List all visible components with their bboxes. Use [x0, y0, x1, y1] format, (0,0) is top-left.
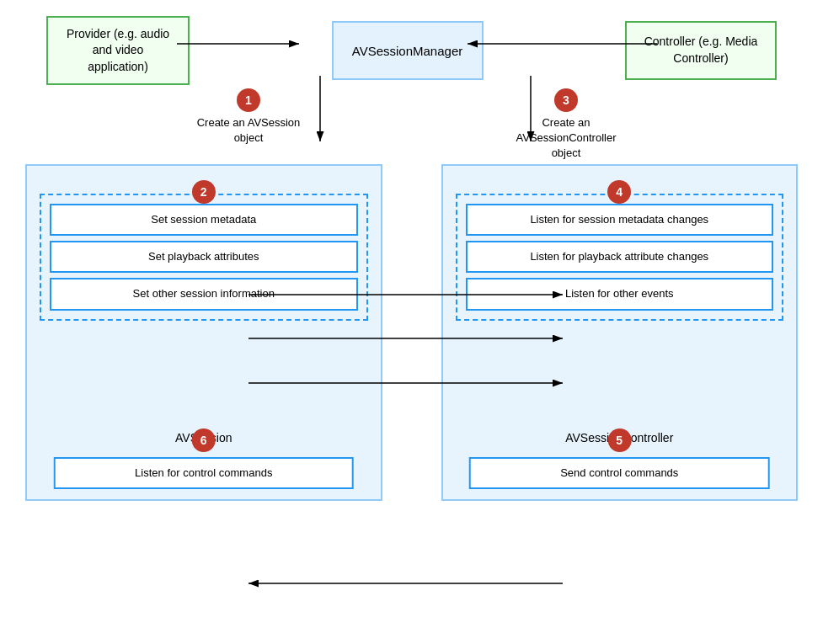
- step2-badge: 2: [192, 180, 216, 204]
- right-dashed-group: 4 Listen for session metadata changes Li…: [456, 194, 784, 321]
- right-panel: 4 Listen for session metadata changes Li…: [441, 164, 799, 501]
- step1-area: 1 Create an AVSession object: [190, 88, 307, 146]
- listen-other-events-box: Listen for other events: [466, 278, 774, 310]
- listen-control-commands-box: Listen for control commands: [53, 457, 354, 489]
- manager-box: AVSessionManager: [332, 21, 484, 80]
- step6-area: 6 Listen for control commands: [53, 428, 354, 489]
- set-session-metadata-box: Set session metadata: [50, 204, 358, 236]
- manager-label: AVSessionManager: [352, 42, 462, 60]
- controller-label: Controller (e.g. Media Controller): [639, 34, 762, 67]
- listen-session-metadata-box: Listen for session metadata changes: [466, 204, 774, 236]
- step1-badge: 1: [237, 88, 260, 112]
- listen-playback-attributes-box: Listen for playback attribute changes: [466, 241, 774, 273]
- provider-box: Provider (e.g. audio and video applicati…: [46, 16, 190, 86]
- set-other-session-box: Set other session information: [50, 278, 358, 310]
- controller-box: Controller (e.g. Media Controller): [625, 21, 777, 80]
- send-control-commands-box: Send control commands: [469, 457, 770, 489]
- left-dashed-group: 2 Set session metadata Set playback attr…: [40, 194, 368, 321]
- provider-label: Provider (e.g. audio and video applicati…: [61, 26, 175, 76]
- diagram-container: Provider (e.g. audio and video applicati…: [0, 0, 823, 644]
- step1-label: Create an AVSession object: [190, 115, 307, 146]
- step5-badge: 5: [607, 428, 631, 452]
- set-playback-attributes-box: Set playback attributes: [50, 241, 358, 273]
- step3-label: Create an AVSessionController object: [507, 115, 625, 162]
- left-panel: 2 Set session metadata Set playback attr…: [25, 164, 382, 501]
- step4-badge: 4: [607, 180, 631, 204]
- step3-area: 3 Create an AVSessionController object: [507, 88, 625, 162]
- step6-badge: 6: [192, 428, 216, 452]
- step3-badge: 3: [554, 88, 578, 112]
- step5-area: 5 Send control commands: [469, 428, 770, 489]
